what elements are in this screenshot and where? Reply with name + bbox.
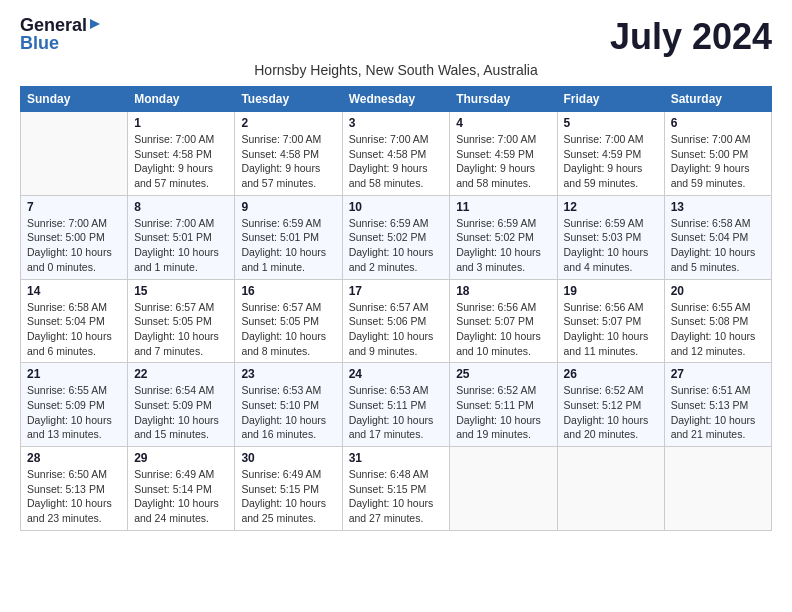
column-header-wednesday: Wednesday	[342, 87, 450, 112]
calendar-cell: 3Sunrise: 7:00 AMSunset: 4:58 PMDaylight…	[342, 112, 450, 196]
day-info: Sunrise: 6:55 AMSunset: 5:09 PMDaylight:…	[27, 383, 121, 442]
day-info: Sunrise: 7:00 AMSunset: 4:58 PMDaylight:…	[134, 132, 228, 191]
sunrise-text: Sunrise: 6:48 AM	[349, 467, 444, 482]
daylight-text: Daylight: 9 hours and 58 minutes.	[456, 161, 550, 190]
calendar-cell: 18Sunrise: 6:56 AMSunset: 5:07 PMDayligh…	[450, 279, 557, 363]
day-number: 5	[564, 116, 658, 130]
calendar-cell: 1Sunrise: 7:00 AMSunset: 4:58 PMDaylight…	[128, 112, 235, 196]
calendar-cell: 19Sunrise: 6:56 AMSunset: 5:07 PMDayligh…	[557, 279, 664, 363]
sunset-text: Sunset: 5:00 PM	[27, 230, 121, 245]
sunrise-text: Sunrise: 7:00 AM	[671, 132, 765, 147]
daylight-text: Daylight: 9 hours and 57 minutes.	[134, 161, 228, 190]
calendar-cell: 23Sunrise: 6:53 AMSunset: 5:10 PMDayligh…	[235, 363, 342, 447]
sunset-text: Sunset: 5:12 PM	[564, 398, 658, 413]
day-info: Sunrise: 6:59 AMSunset: 5:01 PMDaylight:…	[241, 216, 335, 275]
day-number: 2	[241, 116, 335, 130]
logo-arrow-icon	[88, 17, 102, 31]
day-number: 4	[456, 116, 550, 130]
day-info: Sunrise: 6:59 AMSunset: 5:03 PMDaylight:…	[564, 216, 658, 275]
calendar-cell: 27Sunrise: 6:51 AMSunset: 5:13 PMDayligh…	[664, 363, 771, 447]
day-number: 31	[349, 451, 444, 465]
daylight-text: Daylight: 10 hours and 21 minutes.	[671, 413, 765, 442]
sunset-text: Sunset: 5:07 PM	[564, 314, 658, 329]
day-info: Sunrise: 6:53 AMSunset: 5:11 PMDaylight:…	[349, 383, 444, 442]
calendar-table: SundayMondayTuesdayWednesdayThursdayFrid…	[20, 86, 772, 531]
day-number: 11	[456, 200, 550, 214]
daylight-text: Daylight: 10 hours and 5 minutes.	[671, 245, 765, 274]
daylight-text: Daylight: 10 hours and 13 minutes.	[27, 413, 121, 442]
sunrise-text: Sunrise: 7:00 AM	[241, 132, 335, 147]
day-number: 22	[134, 367, 228, 381]
daylight-text: Daylight: 10 hours and 12 minutes.	[671, 329, 765, 358]
calendar-week-row: 28Sunrise: 6:50 AMSunset: 5:13 PMDayligh…	[21, 447, 772, 531]
daylight-text: Daylight: 10 hours and 15 minutes.	[134, 413, 228, 442]
sunrise-text: Sunrise: 6:58 AM	[27, 300, 121, 315]
sunset-text: Sunset: 5:05 PM	[241, 314, 335, 329]
calendar-cell: 13Sunrise: 6:58 AMSunset: 5:04 PMDayligh…	[664, 195, 771, 279]
day-number: 19	[564, 284, 658, 298]
sunrise-text: Sunrise: 6:49 AM	[241, 467, 335, 482]
sunset-text: Sunset: 5:02 PM	[456, 230, 550, 245]
day-info: Sunrise: 7:00 AMSunset: 5:00 PMDaylight:…	[27, 216, 121, 275]
sunrise-text: Sunrise: 6:56 AM	[564, 300, 658, 315]
day-number: 26	[564, 367, 658, 381]
sunset-text: Sunset: 5:05 PM	[134, 314, 228, 329]
day-number: 20	[671, 284, 765, 298]
day-info: Sunrise: 6:56 AMSunset: 5:07 PMDaylight:…	[564, 300, 658, 359]
day-info: Sunrise: 7:00 AMSunset: 4:58 PMDaylight:…	[349, 132, 444, 191]
calendar-cell: 2Sunrise: 7:00 AMSunset: 4:58 PMDaylight…	[235, 112, 342, 196]
day-info: Sunrise: 6:58 AMSunset: 5:04 PMDaylight:…	[27, 300, 121, 359]
day-info: Sunrise: 6:52 AMSunset: 5:12 PMDaylight:…	[564, 383, 658, 442]
daylight-text: Daylight: 10 hours and 8 minutes.	[241, 329, 335, 358]
calendar-cell	[557, 447, 664, 531]
day-info: Sunrise: 7:00 AMSunset: 4:59 PMDaylight:…	[456, 132, 550, 191]
daylight-text: Daylight: 10 hours and 20 minutes.	[564, 413, 658, 442]
day-number: 24	[349, 367, 444, 381]
day-number: 16	[241, 284, 335, 298]
calendar-week-row: 1Sunrise: 7:00 AMSunset: 4:58 PMDaylight…	[21, 112, 772, 196]
sunrise-text: Sunrise: 6:59 AM	[456, 216, 550, 231]
calendar-cell: 15Sunrise: 6:57 AMSunset: 5:05 PMDayligh…	[128, 279, 235, 363]
day-number: 12	[564, 200, 658, 214]
calendar-cell: 17Sunrise: 6:57 AMSunset: 5:06 PMDayligh…	[342, 279, 450, 363]
daylight-text: Daylight: 9 hours and 59 minutes.	[671, 161, 765, 190]
sunrise-text: Sunrise: 6:51 AM	[671, 383, 765, 398]
day-number: 23	[241, 367, 335, 381]
calendar-cell: 20Sunrise: 6:55 AMSunset: 5:08 PMDayligh…	[664, 279, 771, 363]
day-number: 28	[27, 451, 121, 465]
daylight-text: Daylight: 9 hours and 57 minutes.	[241, 161, 335, 190]
day-info: Sunrise: 6:56 AMSunset: 5:07 PMDaylight:…	[456, 300, 550, 359]
calendar-cell: 7Sunrise: 7:00 AMSunset: 5:00 PMDaylight…	[21, 195, 128, 279]
sunrise-text: Sunrise: 6:58 AM	[671, 216, 765, 231]
calendar-cell: 24Sunrise: 6:53 AMSunset: 5:11 PMDayligh…	[342, 363, 450, 447]
calendar-cell: 30Sunrise: 6:49 AMSunset: 5:15 PMDayligh…	[235, 447, 342, 531]
day-info: Sunrise: 6:49 AMSunset: 5:15 PMDaylight:…	[241, 467, 335, 526]
calendar-cell: 6Sunrise: 7:00 AMSunset: 5:00 PMDaylight…	[664, 112, 771, 196]
daylight-text: Daylight: 10 hours and 25 minutes.	[241, 496, 335, 525]
sunrise-text: Sunrise: 7:00 AM	[456, 132, 550, 147]
sunrise-text: Sunrise: 7:00 AM	[134, 216, 228, 231]
calendar-cell: 31Sunrise: 6:48 AMSunset: 5:15 PMDayligh…	[342, 447, 450, 531]
sunset-text: Sunset: 4:58 PM	[349, 147, 444, 162]
calendar-week-row: 7Sunrise: 7:00 AMSunset: 5:00 PMDaylight…	[21, 195, 772, 279]
sunset-text: Sunset: 4:58 PM	[134, 147, 228, 162]
daylight-text: Daylight: 9 hours and 59 minutes.	[564, 161, 658, 190]
day-info: Sunrise: 6:57 AMSunset: 5:05 PMDaylight:…	[134, 300, 228, 359]
daylight-text: Daylight: 10 hours and 1 minute.	[241, 245, 335, 274]
day-number: 7	[27, 200, 121, 214]
day-number: 13	[671, 200, 765, 214]
day-number: 10	[349, 200, 444, 214]
column-header-tuesday: Tuesday	[235, 87, 342, 112]
day-info: Sunrise: 7:00 AMSunset: 4:59 PMDaylight:…	[564, 132, 658, 191]
day-number: 6	[671, 116, 765, 130]
day-number: 8	[134, 200, 228, 214]
calendar-cell: 10Sunrise: 6:59 AMSunset: 5:02 PMDayligh…	[342, 195, 450, 279]
day-info: Sunrise: 7:00 AMSunset: 4:58 PMDaylight:…	[241, 132, 335, 191]
daylight-text: Daylight: 10 hours and 10 minutes.	[456, 329, 550, 358]
calendar-week-row: 21Sunrise: 6:55 AMSunset: 5:09 PMDayligh…	[21, 363, 772, 447]
calendar-cell: 11Sunrise: 6:59 AMSunset: 5:02 PMDayligh…	[450, 195, 557, 279]
sunset-text: Sunset: 4:58 PM	[241, 147, 335, 162]
calendar-week-row: 14Sunrise: 6:58 AMSunset: 5:04 PMDayligh…	[21, 279, 772, 363]
day-number: 18	[456, 284, 550, 298]
sunset-text: Sunset: 5:06 PM	[349, 314, 444, 329]
